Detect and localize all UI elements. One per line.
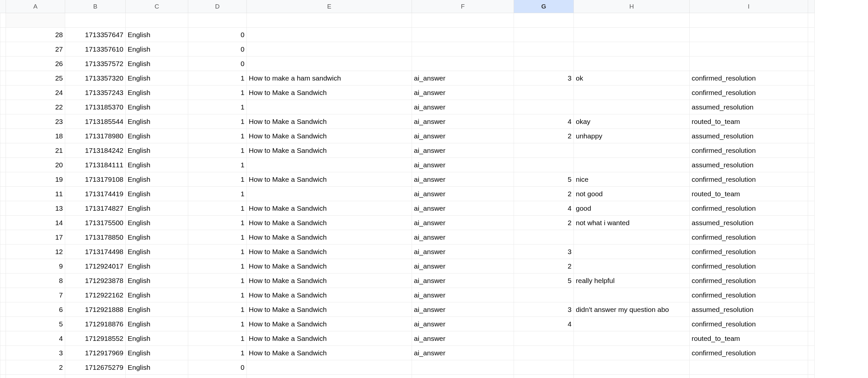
data-cell[interactable] [514,331,574,346]
data-cell[interactable]: 4 [514,201,574,216]
data-cell[interactable]: confirmed_resolution [690,143,808,158]
data-cell[interactable] [514,28,574,42]
data-cell[interactable]: 23 [6,114,65,129]
data-cell[interactable]: confirmed_resolution [690,201,808,216]
data-cell[interactable] [247,375,412,378]
data-cell[interactable]: ai_answer [412,187,514,201]
column-header-E[interactable]: E [247,0,412,13]
data-cell[interactable]: 11 [6,187,65,201]
data-cell[interactable]: ai_answer [412,245,514,259]
data-cell[interactable]: How to Make a Sandwich [247,317,412,331]
data-cell[interactable]: 1713179108 [65,172,126,187]
data-cell[interactable]: English [126,259,188,273]
data-cell[interactable]: How to Make a Sandwich [247,85,412,100]
data-cell[interactable]: ai_answer [412,201,514,216]
data-cell[interactable] [514,100,574,114]
data-cell[interactable] [247,187,412,201]
data-cell[interactable]: 20 [6,158,65,172]
data-cell[interactable]: confirmed_resolution [690,85,808,100]
header-cell-rating[interactable] [514,13,574,28]
data-cell[interactable]: English [126,317,188,331]
data-cell[interactable]: 1 [6,375,65,378]
data-cell[interactable]: confirmed_resolution [690,230,808,245]
data-cell[interactable]: confirmed_resolution [690,273,808,288]
data-cell[interactable] [247,42,412,57]
column-header-B[interactable]: B [65,0,126,13]
data-cell[interactable]: 21 [6,143,65,158]
data-cell[interactable] [574,288,690,302]
corner-cell[interactable] [0,0,6,13]
data-cell[interactable]: How to Make a Sandwich [247,302,412,317]
data-cell[interactable]: 1713357647 [65,28,126,42]
data-cell[interactable] [574,28,690,42]
data-cell[interactable]: English [126,230,188,245]
data-cell[interactable]: How to Make a Sandwich [247,230,412,245]
data-cell[interactable]: 2 [6,360,65,375]
data-cell[interactable] [514,360,574,375]
data-cell[interactable]: 24 [6,85,65,100]
data-cell[interactable]: 1 [188,201,247,216]
header-cell-last_answer_type[interactable] [412,13,514,28]
data-cell[interactable]: 3 [514,302,574,317]
data-cell[interactable]: 9 [6,259,65,273]
data-cell[interactable]: 1713184242 [65,143,126,158]
data-cell[interactable]: 1 [188,172,247,187]
data-cell[interactable]: okay [574,114,690,129]
data-cell[interactable] [574,158,690,172]
data-cell[interactable]: 3 [514,245,574,259]
data-cell[interactable]: 2 [514,216,574,230]
data-cell[interactable]: confirmed_resolution [690,346,808,360]
data-cell[interactable]: How to Make a Sandwich [247,143,412,158]
data-cell[interactable]: 1 [188,216,247,230]
data-cell[interactable]: How to Make a Sandwich [247,201,412,216]
data-cell[interactable] [574,375,690,378]
data-cell[interactable]: English [126,28,188,42]
data-cell[interactable]: How to Make a Sandwich [247,216,412,230]
data-cell[interactable]: assumed_resolution [690,302,808,317]
data-cell[interactable]: 5 [514,273,574,288]
data-cell[interactable] [247,57,412,71]
data-cell[interactable]: English [126,216,188,230]
data-cell[interactable] [514,57,574,71]
data-cell[interactable]: routed_to_team [690,114,808,129]
data-cell[interactable]: confirmed_resolution [690,288,808,302]
data-cell[interactable]: ai_answer [412,331,514,346]
data-cell[interactable]: ai_answer [412,317,514,331]
data-cell[interactable]: ai_answer [412,216,514,230]
data-cell[interactable] [126,375,188,378]
data-cell[interactable]: 3 [6,346,65,360]
data-cell[interactable]: 7 [6,288,65,302]
data-cell[interactable]: 2 [514,129,574,143]
data-cell[interactable]: didn't answer my question abo [574,302,690,317]
data-cell[interactable]: ai_answer [412,273,514,288]
data-cell[interactable]: 1713174827 [65,201,126,216]
data-cell[interactable]: assumed_resolution [690,158,808,172]
header-cell-created_at[interactable] [65,13,126,28]
data-cell[interactable]: ai_answer [412,143,514,158]
data-cell[interactable]: confirmed_resolution [690,259,808,273]
data-cell[interactable]: 1712918552 [65,331,126,346]
data-cell[interactable]: 1 [188,114,247,129]
data-cell[interactable] [574,317,690,331]
data-cell[interactable]: English [126,172,188,187]
data-cell[interactable]: routed_to_team [690,331,808,346]
header-cell-ai_agent_partic[interactable] [188,13,247,28]
data-cell[interactable]: 1712675279 [65,360,126,375]
data-cell[interactable]: 1 [188,302,247,317]
data-cell[interactable] [514,288,574,302]
data-cell[interactable]: 19 [6,172,65,187]
data-cell[interactable] [412,375,514,378]
data-cell[interactable]: English [126,85,188,100]
data-cell[interactable]: ai_answer [412,158,514,172]
data-cell[interactable] [690,28,808,42]
data-cell[interactable]: 1 [188,346,247,360]
data-cell[interactable]: 1713174498 [65,245,126,259]
data-cell[interactable]: 1712924017 [65,259,126,273]
data-cell[interactable]: 1713357243 [65,85,126,100]
data-cell[interactable]: How to Make a Sandwich [247,114,412,129]
data-cell[interactable]: assumed_resolution [690,129,808,143]
data-cell[interactable]: 1713185370 [65,100,126,114]
data-cell[interactable] [574,360,690,375]
data-cell[interactable]: 2 [514,187,574,201]
data-cell[interactable]: 1713357610 [65,42,126,57]
